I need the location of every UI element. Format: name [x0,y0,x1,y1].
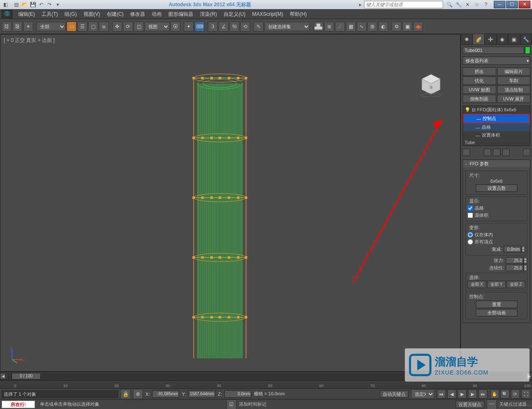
manipulate-icon[interactable]: ✦ [184,22,194,32]
schematic-view-icon[interactable]: ⊞ [367,22,377,32]
app-logo-icon[interactable]: Ⓢ [2,10,12,18]
reset-button[interactable]: 重置 [476,301,517,308]
pivot-center-icon[interactable]: ⦿ [170,22,180,32]
render-setup-icon[interactable]: ⚙ [392,22,401,32]
modbtn-lathe[interactable]: 车削 [497,76,531,85]
edit-named-sel-icon[interactable]: ✎ [254,22,264,32]
mirror-icon[interactable]: ▟▙ [313,22,323,32]
object-color-swatch[interactable] [525,47,530,54]
percent-snap-icon[interactable]: % [229,22,239,32]
source-volume-checkbox[interactable] [468,213,473,218]
viewcube[interactable]: 顶 [419,72,443,97]
link-icon[interactable]: ⛓ [2,22,12,32]
goto-end-icon[interactable]: ⏭ [478,389,488,399]
menu-rendering[interactable]: 渲染(R) [197,9,220,19]
key-mode-select[interactable]: 选定对 [411,389,434,399]
menu-create[interactable]: 创建(C) [103,9,127,19]
add-time-tag[interactable]: 添加时间标记 [239,401,266,407]
select-object-icon[interactable]: ▭ [66,22,76,32]
pin-stack-icon[interactable] [463,149,470,156]
keyboard-shortcut-icon[interactable]: ⌨ [195,22,204,32]
object-name-input[interactable] [463,47,524,54]
play-icon[interactable]: ▶ [458,389,467,399]
inside-only-radio[interactable] [468,232,473,238]
viewport[interactable]: [ + 0 正交 真实 + 边面 ] [0,34,461,372]
rectangular-region-icon[interactable]: ▢ [88,22,98,32]
modbtn-bevelprofile[interactable]: 倒角剖面 [463,95,496,103]
make-unique-icon[interactable] [493,149,500,156]
tension-input[interactable] [506,257,523,264]
menu-help[interactable]: 帮助(H) [286,9,310,19]
stack-tube[interactable]: Tube [463,139,530,146]
all-y-button[interactable]: 全部 Y [487,281,506,288]
layers-icon[interactable]: ☄ [335,22,345,32]
named-selection-select[interactable]: 创建选择集 [264,22,310,31]
coord-y-input[interactable] [188,390,215,398]
help-icon[interactable]: ? [482,1,490,8]
remove-modifier-icon[interactable] [502,149,510,156]
spinner-snap-icon[interactable]: ⟲ [240,22,250,32]
modifier-list-select[interactable]: 修改器列表▾ [463,56,530,65]
modbtn-uvwmap[interactable]: UVW 贴图 [463,86,496,94]
tab-utilities[interactable]: 🔧 [520,34,532,44]
tab-display[interactable]: ▣ [508,34,520,44]
tension-spinner[interactable]: ▲▼ [523,257,527,264]
minimize-button[interactable]: — [494,1,505,8]
show-end-result-icon[interactable] [484,149,491,156]
modifier-stack[interactable]: 💡 ⊟ FFD(圆柱体) 6x6x6 — 控制点 — 晶格 — 设置体积 Tub… [463,105,530,146]
coord-x-input[interactable] [152,390,179,398]
menu-tools[interactable]: 工具(T) [38,9,61,19]
modbtn-uvwunwrap[interactable]: UVW 展开 [497,95,531,103]
menu-modifiers[interactable]: 修改器 [127,9,148,19]
align-icon[interactable]: ≣ [324,22,334,32]
snap-3d-icon[interactable]: 3 [208,22,218,32]
scale-icon[interactable]: ◫ [134,22,144,32]
nav-zoom-icon[interactable]: 🔍 [500,389,510,399]
menu-maxscript[interactable]: MAXScript(M) [249,9,287,19]
stack-set-volume[interactable]: — 设置体积 [463,131,530,139]
open-icon[interactable]: 📂 [21,1,28,8]
key-filters-icon[interactable]: 〰 [487,399,497,409]
qat-dropdown-icon[interactable]: ▾ [54,1,62,8]
menu-views[interactable]: 视图(V) [80,9,103,19]
time-prev-icon[interactable]: ◀ [0,373,6,380]
time-slider-thumb[interactable]: 0 / 100 [12,373,41,380]
nav-max-icon[interactable]: ⛶ [521,389,530,399]
rendered-frame-icon[interactable]: ▣ [402,22,412,32]
auto-key-button[interactable]: 自动关键点 [380,390,409,398]
abs-transform-icon[interactable]: ⊕ [133,389,143,399]
undo-icon[interactable]: ↶ [37,1,45,8]
tab-modify[interactable]: 🌈 [473,34,485,44]
material-editor-icon[interactable]: ◐ [378,22,388,32]
modbtn-editpatch[interactable]: 编辑面片 [497,67,531,76]
subscription-icon[interactable]: 🔧 [455,1,462,8]
comm-center-icon[interactable]: ☑ [227,399,236,409]
tab-hierarchy[interactable]: 🕂 [485,34,497,44]
stack-lattice[interactable]: — 晶格 [463,123,530,131]
continuity-input[interactable] [506,265,523,271]
selection-filter-select[interactable]: 全部 [37,22,66,31]
stack-control-points[interactable]: — 控制点 [463,114,530,123]
save-icon[interactable]: 💾 [29,1,37,8]
ref-coord-select[interactable]: 视图 [145,22,170,31]
lock-selection-icon[interactable]: 🔒 [121,389,131,399]
unlink-icon[interactable]: ⛓̷ [12,22,22,32]
lattice-checkbox[interactable] [468,206,473,211]
search-input[interactable] [364,1,443,8]
tab-motion[interactable]: ◉ [497,34,509,44]
maximize-button[interactable]: ☐ [506,1,518,8]
all-z-button[interactable]: 全部 Z [507,281,525,288]
new-icon[interactable]: ▤ [12,1,20,8]
modbtn-optimize[interactable]: 优化 [463,76,496,85]
goto-start-icon[interactable]: ⏮ [437,389,446,399]
menu-animation[interactable]: 动画 [148,9,165,19]
graphite-icon[interactable]: ▦ [346,22,356,32]
all-verts-radio[interactable] [468,239,473,245]
bind-spacewarp-icon[interactable]: ✴ [23,22,33,32]
stack-ffd[interactable]: 💡 ⊟ FFD(圆柱体) 6x6x6 [463,106,530,114]
favorites-icon[interactable]: ☆ [473,1,480,8]
curve-editor-icon[interactable]: ∿ [357,22,367,32]
modbtn-vertexpaint[interactable]: 顶点绘制 [497,86,531,94]
next-frame-icon[interactable]: ▶ [468,389,477,399]
prev-frame-icon[interactable]: ◀ [447,389,456,399]
